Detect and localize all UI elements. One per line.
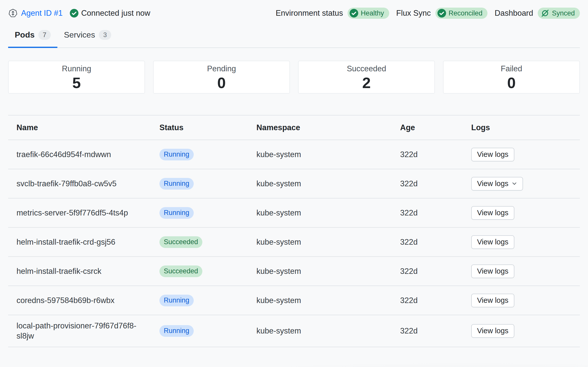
stat-value: 0 [507,75,516,91]
column-header-status: Status [159,123,256,132]
table-row: local-path-provisioner-79f67d76f8-sl8jwR… [8,315,580,347]
view-logs-button[interactable]: View logs [471,324,514,338]
synced-icon [541,9,549,18]
pod-name: metrics-server-5f9f776df5-4ts4p [8,202,152,224]
dashboard-sync-badge-label: Synced [552,9,575,17]
pod-status-cell: Succeeded [159,265,256,277]
top-bar: Agent ID #1 Connected just now Environme… [8,0,580,19]
pod-age: 322d [400,295,471,306]
dashboard-sync-badge: Synced [538,8,580,19]
status-badge: Succeeded [159,265,202,277]
table-row: svclb-traefik-79ffb0a8-cw5v5Runningkube-… [8,169,580,198]
view-logs-label: View logs [477,267,509,275]
pod-logs-cell: View logs [471,294,580,307]
tab-count-badge: 3 [99,30,111,40]
pod-namespace: kube-system [256,179,400,189]
stat-label: Succeeded [347,64,386,73]
stat-card-running: Running5 [8,61,145,94]
pod-namespace: kube-system [256,326,400,336]
stat-cards: Running5Pending0Succeeded2Failed0 [8,61,580,94]
stat-value: 0 [217,75,226,91]
table-body: traefik-66c46d954f-mdwwnRunningkube-syst… [8,140,580,347]
status-badge: Running [159,325,194,337]
view-logs-dropdown-button[interactable]: View logs [471,177,523,191]
pod-name: traefik-66c46d954f-mdwwn [8,144,152,165]
environment-status-badge-label: Healthy [361,9,384,17]
view-logs-label: View logs [477,150,509,159]
column-header-namespace: Namespace [256,123,400,132]
view-logs-button[interactable]: View logs [471,148,514,161]
view-logs-button[interactable]: View logs [471,264,514,278]
flux-sync-badge-label: Reconciled [449,9,483,17]
column-header-age: Age [400,123,471,132]
tab-services[interactable]: Services3 [57,30,118,47]
pod-logs-cell: View logs [471,177,580,191]
stat-card-failed: Failed0 [443,61,580,94]
stat-label: Failed [501,64,522,73]
pod-age: 322d [400,179,471,189]
pod-name: helm-install-traefik-csrck [8,261,152,282]
status-badge: Running [159,295,194,306]
pod-status-cell: Running [159,207,256,219]
view-logs-label: View logs [477,238,509,246]
view-logs-button[interactable]: View logs [471,235,514,249]
connection-status: Connected just now [81,9,150,18]
pod-status-cell: Running [159,149,256,160]
chevron-down-icon [512,181,517,186]
view-logs-button[interactable]: View logs [471,206,514,220]
view-logs-label: View logs [477,209,509,217]
stat-label: Running [62,64,91,73]
tab-count-badge: 7 [38,30,51,40]
dashboard-label: Dashboard [495,9,533,18]
pod-logs-cell: View logs [471,206,580,220]
status-badge: Running [159,149,194,160]
table-row: coredns-597584b69b-r6wbxRunningkube-syst… [8,286,580,315]
view-logs-label: View logs [477,296,509,305]
status-badge: Running [159,178,194,190]
tab-label: Pods [15,30,35,40]
pod-logs-cell: View logs [471,235,580,249]
table-header: NameStatusNamespaceAgeLogs [8,115,580,140]
pod-logs-cell: View logs [471,148,580,161]
pod-name: local-path-provisioner-79f67d76f8-sl8jw [8,315,152,347]
tab-pods[interactable]: Pods7 [8,30,57,47]
pod-namespace: kube-system [256,208,400,218]
stat-card-pending: Pending0 [153,61,290,94]
pod-name: coredns-597584b69b-r6wbx [8,290,152,311]
table-row: helm-install-traefik-csrckSucceededkube-… [8,257,580,286]
status-badge: Running [159,207,194,219]
pod-age: 322d [400,237,471,247]
status-badge: Succeeded [159,236,202,248]
pod-namespace: kube-system [256,149,400,160]
table-row: helm-install-traefik-crd-gsj56Succeededk… [8,228,580,257]
pod-name: helm-install-traefik-crd-gsj56 [8,231,152,253]
environment-status-badge: Healthy [348,8,389,19]
flux-sync-badge: Reconciled [435,8,488,19]
table-row: metrics-server-5f9f776df5-4ts4pRunningku… [8,198,580,228]
reconciled-check-icon [437,9,446,18]
pod-age: 322d [400,326,471,336]
tabs: Pods7Services3 [8,30,580,48]
environment-status-label: Environment status [276,9,343,18]
pod-namespace: kube-system [256,266,400,276]
pod-status-cell: Running [159,325,256,337]
table-header-row: NameStatusNamespaceAgeLogs [8,115,580,140]
pods-table: NameStatusNamespaceAgeLogs traefik-66c46… [8,115,580,347]
environment-badges-group: Environment status Healthy Flux Sync [276,8,580,19]
view-logs-button[interactable]: View logs [471,294,514,307]
pod-status-cell: Succeeded [159,236,256,248]
pod-name: svclb-traefik-79ffb0a8-cw5v5 [8,173,152,194]
agent-icon [8,8,18,18]
view-logs-label: View logs [477,327,509,335]
dashboard-page: Agent ID #1 Connected just now Environme… [0,0,588,347]
pod-logs-cell: View logs [471,264,580,278]
tab-label: Services [64,30,95,40]
column-header-name: Name [8,123,152,132]
agent-id-link[interactable]: Agent ID #1 [21,9,63,18]
pod-logs-cell: View logs [471,324,580,338]
pod-age: 322d [400,208,471,218]
connected-check-icon [70,9,78,18]
pod-status-cell: Running [159,178,256,190]
pod-age: 322d [400,149,471,160]
pod-namespace: kube-system [256,295,400,306]
